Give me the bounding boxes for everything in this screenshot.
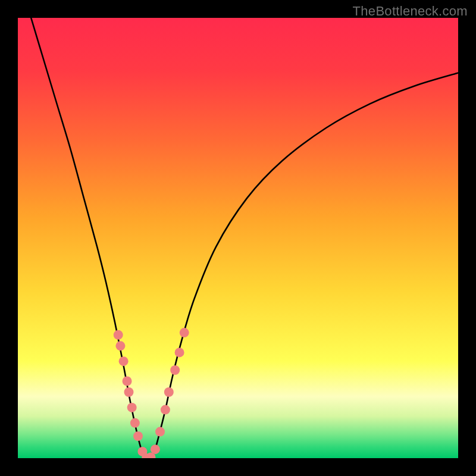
scatter-dot [155, 427, 165, 437]
scatter-dot [180, 328, 189, 337]
scatter-dot [119, 356, 129, 366]
scatter-dot [124, 387, 133, 397]
scatter-dot [170, 365, 180, 375]
scatter-dot [130, 418, 140, 428]
scatter-dots [114, 328, 189, 458]
scatter-dot [133, 431, 143, 441]
watermark-text: TheBottleneck.com [353, 4, 468, 19]
plot-area [18, 18, 458, 458]
scatter-dot [175, 347, 184, 357]
scatter-dot [127, 403, 137, 412]
scatter-dot [151, 444, 160, 454]
scatter-dot [164, 387, 174, 397]
bottleneck-curve [31, 18, 458, 458]
curve-layer [18, 18, 458, 458]
scatter-dot [161, 405, 170, 415]
scatter-dot [114, 330, 123, 340]
chart-frame: TheBottleneck.com [0, 0, 476, 476]
scatter-dot [123, 377, 132, 386]
scatter-dot [115, 341, 125, 350]
